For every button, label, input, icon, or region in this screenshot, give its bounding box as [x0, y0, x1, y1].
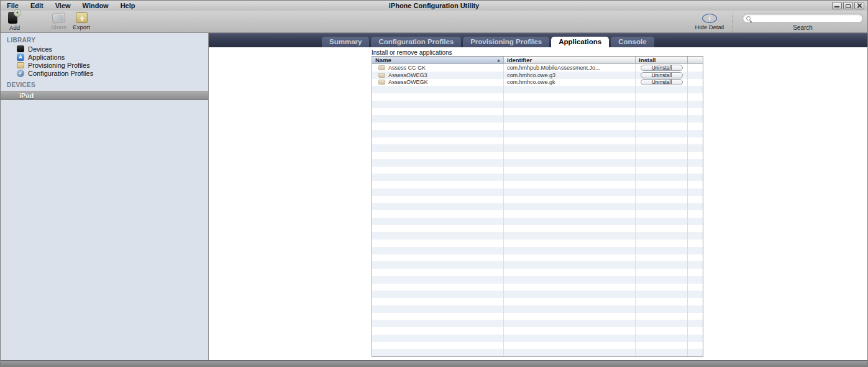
- hide-detail-label: Hide Detail: [695, 24, 724, 30]
- cell-install: [636, 181, 688, 188]
- toolbar-left-group: Add Share Export: [8, 12, 90, 31]
- applications-table: Name ▲ Identifier Install Assess CC GKco…: [372, 56, 703, 357]
- cell-name: [372, 305, 504, 313]
- search-input[interactable]: [751, 14, 862, 22]
- devices-section-header: DEVICES: [1, 80, 208, 90]
- tab-applications[interactable]: Applications: [551, 37, 609, 47]
- cell-install: [636, 349, 688, 356]
- table-row-empty: [372, 108, 703, 116]
- sidebar-item-label: Devices: [28, 45, 52, 53]
- uninstall-button[interactable]: Uninstall: [641, 65, 683, 71]
- tab-console[interactable]: Console: [611, 37, 654, 47]
- app-name: Assess CC GK: [388, 65, 426, 71]
- provisioning-profile-icon: [17, 62, 24, 68]
- menu-window[interactable]: Window: [83, 2, 109, 9]
- app-icon: [378, 73, 385, 78]
- sidebar-item-provisioning-profiles[interactable]: Provisioning Profiles: [1, 61, 208, 69]
- maximize-icon: [846, 4, 851, 8]
- uninstall-button[interactable]: Uninstall: [641, 79, 683, 85]
- sidebar-item-applications[interactable]: Applications: [1, 53, 208, 61]
- tab-provisioning-profiles[interactable]: Provisioning Profiles: [463, 37, 549, 47]
- cell-extra: [688, 159, 703, 167]
- add-button[interactable]: Add: [8, 12, 21, 31]
- search-field[interactable]: [742, 14, 863, 23]
- cell-name: [372, 239, 504, 247]
- cell-install: [636, 276, 688, 284]
- cell-install: [636, 335, 688, 342]
- cell-name: [372, 137, 504, 145]
- cell-install: [636, 101, 688, 108]
- menu-file[interactable]: File: [7, 2, 19, 9]
- cell-install: [636, 254, 688, 262]
- cell-name: [372, 276, 504, 284]
- table-row-empty: [372, 167, 703, 174]
- table-row-empty: [372, 181, 703, 188]
- table-row-empty: [372, 115, 703, 123]
- table-row[interactable]: AssessOWEGKcom.hmhco.owe.gkUninstall: [372, 79, 703, 86]
- sidebar-item-configuration-profiles[interactable]: Configuration Profiles: [1, 69, 208, 77]
- cell-extra: [688, 269, 703, 276]
- applications-caption: Install or remove applications: [372, 49, 452, 56]
- cell-identifier: [504, 130, 636, 137]
- tab-summary[interactable]: Summary: [322, 37, 369, 47]
- table-row-empty: [372, 101, 703, 108]
- device-items: iPad: [1, 91, 208, 100]
- table-header-row: Name ▲ Identifier Install: [372, 57, 703, 64]
- cell-name: [372, 108, 504, 116]
- cell-identifier: [504, 101, 636, 108]
- cell-identifier: [504, 342, 636, 350]
- column-header-name-label: Name: [375, 57, 391, 63]
- cell-name: [372, 349, 504, 356]
- table-row-empty: [372, 290, 703, 298]
- column-header-identifier[interactable]: Identifier: [504, 57, 636, 63]
- close-button[interactable]: [854, 2, 864, 9]
- menu-help[interactable]: Help: [121, 2, 135, 9]
- maximize-button[interactable]: [843, 2, 853, 9]
- export-button[interactable]: Export: [73, 12, 89, 30]
- app-icon: [378, 80, 385, 85]
- cell-identifier: [504, 159, 636, 167]
- cell-extra: [688, 232, 703, 239]
- cell-extra: [688, 320, 703, 327]
- sidebar-device-ipad[interactable]: iPad: [1, 91, 208, 100]
- cell-name: [372, 269, 504, 276]
- cell-extra: [688, 108, 703, 116]
- cell-identifier: [504, 115, 636, 123]
- minimize-button[interactable]: [832, 2, 842, 9]
- cell-name: [372, 320, 504, 327]
- cell-identifier: [504, 188, 636, 196]
- cell-install: [636, 269, 688, 276]
- hide-detail-button[interactable]: i Hide Detail: [695, 14, 724, 30]
- device-icon: [17, 45, 24, 52]
- cell-extra: [688, 86, 703, 93]
- cell-install: [636, 327, 688, 335]
- sidebar-item-devices[interactable]: Devices: [1, 45, 208, 53]
- table-row[interactable]: AssessOWEG3com.hmhco.owe.g3Uninstall: [372, 72, 703, 79]
- cell-identifier: [504, 261, 636, 269]
- cell-install: [636, 137, 688, 145]
- table-row-empty: [372, 349, 703, 356]
- cell-install: [636, 130, 688, 137]
- cell-identifier: [504, 93, 636, 101]
- cell-install: [636, 86, 688, 93]
- status-bar: [1, 360, 867, 367]
- cell-name: [372, 284, 504, 291]
- table-row-empty: [372, 254, 703, 262]
- menu-edit[interactable]: Edit: [30, 2, 43, 9]
- column-header-install[interactable]: Install: [636, 57, 688, 63]
- column-header-name[interactable]: Name ▲: [372, 57, 504, 63]
- cell-install: Uninstall: [636, 64, 688, 72]
- cell-extra: [688, 284, 703, 291]
- share-button[interactable]: Share: [51, 12, 66, 30]
- cell-name: [372, 115, 504, 123]
- cell-extra: [688, 298, 703, 305]
- cell-install: [636, 196, 688, 203]
- menu-view[interactable]: View: [55, 2, 71, 9]
- close-icon: [857, 3, 862, 9]
- cell-extra: [688, 167, 703, 174]
- table-row[interactable]: Assess CC GKcom.hmhpub.MobileAssessment.…: [372, 64, 703, 72]
- cell-name: [372, 196, 504, 203]
- uninstall-button[interactable]: Uninstall: [641, 72, 683, 78]
- tab-configuration-profiles[interactable]: Configuration Profiles: [371, 37, 461, 47]
- cell-install: [636, 284, 688, 291]
